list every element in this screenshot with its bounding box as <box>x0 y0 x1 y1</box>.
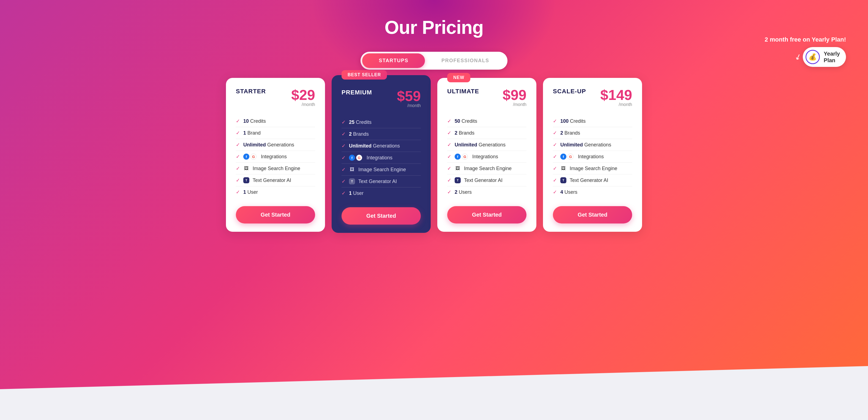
feature-text: 25 Credits <box>349 119 372 125</box>
get-started-button-ultimate[interactable]: Get Started <box>447 206 526 223</box>
text-generator-icon: T <box>243 177 249 183</box>
feature-item: ✓ T Text Generator AI <box>342 176 421 187</box>
feature-item: ✓ 🖼 Image Search Engine <box>553 163 632 175</box>
feature-text: Integrations <box>578 154 604 160</box>
feature-item: ✓ 50 Credits <box>447 115 526 127</box>
professionals-toggle-btn[interactable]: PROFESSIONALS <box>425 53 506 68</box>
features-list: ✓ 50 Credits ✓ 2 Brands ✓ Unlimited Gene… <box>447 115 526 198</box>
check-icon: ✓ <box>342 178 346 184</box>
feature-item: ✓ 100 Credits <box>553 115 632 127</box>
feature-text: Integrations <box>472 154 498 160</box>
feature-item: ✓ T Text Generator AI <box>236 175 315 186</box>
yearly-badge-row: ↙ 💰 Yearly Plan <box>795 47 846 67</box>
feature-item: ✓ T Text Generator AI <box>553 175 632 186</box>
check-icon: ✓ <box>236 189 240 195</box>
google-icon: G <box>567 154 574 160</box>
price-amount: $149 <box>600 87 632 103</box>
integration-icons: f G <box>349 155 362 161</box>
check-icon: ✓ <box>236 142 240 148</box>
text-generator-icon: T <box>349 178 355 184</box>
yearly-badge-label: Yearly Plan <box>824 50 840 64</box>
feature-text: Text Generator AI <box>570 178 608 183</box>
check-icon: ✓ <box>342 155 346 161</box>
feature-item: ✓ 🖼 Image Search Engine <box>447 163 526 175</box>
feature-text: 50 Credits <box>455 118 477 124</box>
get-started-button-starter[interactable]: Get Started <box>236 206 315 223</box>
get-started-button-premium[interactable]: Get Started <box>342 207 421 224</box>
feature-item: ✓ 4 Users <box>553 186 632 198</box>
plan-name: SCALE-UP <box>553 88 586 95</box>
check-icon: ✓ <box>553 118 557 124</box>
get-started-button-scaleup[interactable]: Get Started <box>553 206 632 223</box>
feature-text: Unlimited Generations <box>560 142 611 148</box>
billing-toggle-wrapper: STARTUPS PROFESSIONALS <box>0 52 868 70</box>
startups-toggle-btn[interactable]: STARTUPS <box>362 53 425 68</box>
check-icon: ✓ <box>236 177 240 183</box>
feature-text: 2 Users <box>455 189 472 195</box>
image-search-icon: 🖼 <box>455 166 461 172</box>
check-icon: ✓ <box>553 189 557 195</box>
plan-card-scaleup: SCALE-UP $149 /month ✓ 100 Credits ✓ 2 B… <box>543 78 642 232</box>
pricing-cards-wrapper: STARTER $29 /month ✓ 10 Credits ✓ 1 Bran… <box>0 78 868 233</box>
plan-name: ULTIMATE <box>447 88 479 95</box>
feature-text: 2 Brands <box>560 130 580 136</box>
feature-item: ✓ f G Integrations <box>553 151 632 163</box>
feature-item: ✓ 1 Brand <box>236 127 315 139</box>
text-generator-icon: T <box>455 177 461 183</box>
check-icon: ✓ <box>447 177 451 183</box>
feature-text: 1 User <box>243 189 258 195</box>
check-icon: ✓ <box>236 154 240 160</box>
check-icon: ✓ <box>553 177 557 183</box>
features-list: ✓ 10 Credits ✓ 1 Brand ✓ Unlimited Gener… <box>236 115 315 198</box>
card-header: ULTIMATE $99 /month <box>447 88 526 107</box>
integration-icons: f G <box>243 154 256 160</box>
page-wrapper: Our Pricing STARTUPS PROFESSIONALS 2 mon… <box>0 0 868 420</box>
text-generator-icon: T <box>560 177 566 183</box>
feature-text: Text Generator AI <box>358 179 397 184</box>
header: Our Pricing <box>0 0 868 46</box>
feature-item: ✓ 2 Brands <box>342 128 421 140</box>
facebook-icon: f <box>243 154 249 160</box>
feature-item: ✓ f G Integrations <box>447 151 526 163</box>
image-search-icon: 🖼 <box>349 167 355 173</box>
plan-tag-ultimate: NEW <box>447 73 470 82</box>
feature-item: ✓ T Text Generator AI <box>447 175 526 186</box>
plan-name: PREMIUM <box>342 89 372 96</box>
check-icon: ✓ <box>342 190 346 196</box>
feature-text: Image Search Engine <box>570 166 617 172</box>
check-icon: ✓ <box>447 142 451 148</box>
price-amount: $99 <box>502 87 526 103</box>
yearly-badge[interactable]: 💰 Yearly Plan <box>803 47 846 67</box>
feature-item: ✓ 1 User <box>342 187 421 199</box>
feature-text: 4 Users <box>560 189 578 195</box>
facebook-icon: f <box>455 154 461 160</box>
price-block: $99 /month <box>502 88 526 107</box>
feature-text: 1 Brand <box>243 130 260 136</box>
feature-text: Text Generator AI <box>464 178 502 183</box>
feature-text: Unlimited Generations <box>349 143 400 149</box>
feature-text: 1 User <box>349 190 364 196</box>
check-icon: ✓ <box>342 131 346 137</box>
feature-item: ✓ 10 Credits <box>236 115 315 127</box>
price-block: $59 /month <box>397 89 421 108</box>
feature-text: Unlimited Generations <box>243 142 294 148</box>
arrow-icon: ↙ <box>794 52 803 62</box>
image-search-icon: 🖼 <box>243 166 249 172</box>
yearly-coin-icon: 💰 <box>806 50 820 64</box>
check-icon: ✓ <box>236 166 240 172</box>
feature-text: Integrations <box>367 155 393 161</box>
feature-text: Integrations <box>261 154 287 160</box>
feature-item: ✓ 2 Brands <box>553 127 632 139</box>
yearly-promo-area: 2 month free on Yearly Plan! ↙ 💰 Yearly … <box>765 36 846 67</box>
feature-item: ✓ 2 Brands <box>447 127 526 139</box>
bg-bottom-decoration <box>0 343 868 420</box>
page-title: Our Pricing <box>0 17 868 38</box>
main-content: Our Pricing STARTUPS PROFESSIONALS 2 mon… <box>0 0 868 233</box>
facebook-icon: f <box>560 154 566 160</box>
feature-item: ✓ 2 Users <box>447 186 526 198</box>
check-icon: ✓ <box>447 130 451 136</box>
feature-item: ✓ Unlimited Generations <box>553 139 632 151</box>
check-icon: ✓ <box>447 118 451 124</box>
price-block: $149 /month <box>600 88 632 107</box>
plan-tag-premium: BEST SELLER <box>342 70 387 80</box>
